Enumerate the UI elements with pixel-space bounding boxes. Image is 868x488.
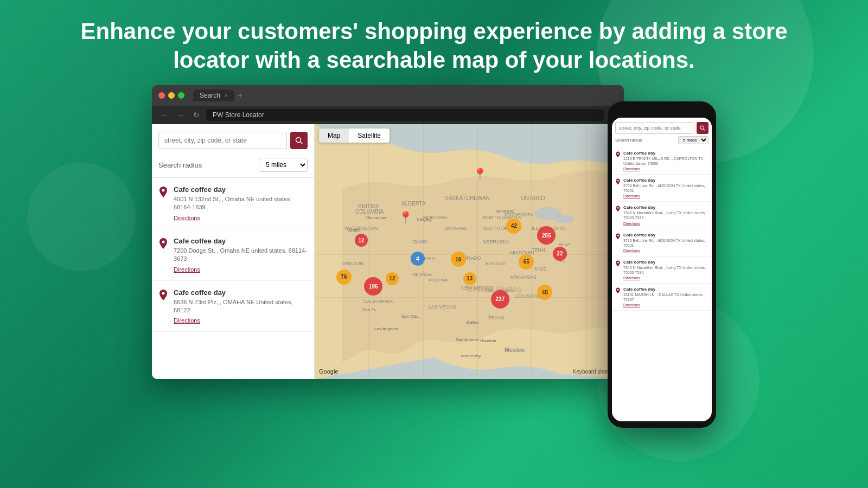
svg-text:SASKATCHEWAN: SASKATCHEWAN	[445, 195, 490, 201]
phone-directions-link[interactable]: Directions	[623, 167, 709, 171]
store-address: 4001 N 132nd St, , Omaha NE united state…	[174, 195, 308, 212]
phone-search-button[interactable]	[697, 122, 709, 134]
svg-point-67	[617, 234, 619, 236]
browser-tab[interactable]: Search ×	[193, 89, 234, 101]
map-svg: WASHINGTON OREGON CALIFORNIA IDAHO NEVAD…	[315, 124, 624, 379]
phone-radius-row: Search radius 5 miles	[615, 134, 709, 145]
cluster-marker-seattle[interactable]: 12	[355, 234, 368, 247]
svg-text:TENN.: TENN.	[532, 247, 546, 253]
phone-store-name: Cafe coffee day	[623, 205, 709, 210]
phone-directions-link[interactable]: Directions	[623, 194, 709, 198]
maximize-button[interactable]	[178, 92, 184, 99]
phone-store-address: 7845 N Macarthur Blvd, , Irving TX Unite…	[623, 210, 709, 220]
store-item: Cafe coffee day 6636 N 73rd Plz, , OMAHA…	[152, 281, 314, 332]
cluster-marker-22[interactable]: 22	[553, 247, 567, 261]
phone-store-item: Cafe coffee day 1213 E TRINITY MILLS RD,…	[612, 147, 712, 175]
cluster-marker-sf[interactable]: 76	[336, 269, 352, 285]
svg-text:NEBRASKA: NEBRASKA	[483, 239, 509, 245]
svg-point-4	[162, 292, 165, 294]
new-tab-button[interactable]: +	[238, 91, 242, 100]
svg-point-3	[162, 240, 165, 243]
tab-satellite[interactable]: Satellite	[349, 129, 390, 143]
phone-store-pin-icon	[615, 233, 621, 253]
cluster-marker-utah[interactable]: 4	[411, 252, 425, 266]
store-name: Cafe coffee day	[174, 288, 308, 297]
cluster-marker-houston[interactable]: 237	[491, 290, 509, 309]
store-name: Cafe coffee day	[174, 237, 308, 245]
svg-text:Dallas: Dallas	[467, 320, 478, 325]
radius-select[interactable]: 1 mile 5 miles 10 miles 25 miles 50 mile…	[259, 158, 308, 172]
address-bar[interactable]: PW Store Locator	[206, 109, 604, 121]
phone-store-info: Cafe coffee day 18131 MARSH LN, , DALLAS…	[623, 287, 709, 307]
svg-text:San Fr...: San Fr...	[362, 307, 379, 312]
phone-store-item: Cafe coffee day 3730 Belt Line Rd, , ADD…	[612, 229, 712, 256]
directions-link[interactable]: Directions	[174, 317, 308, 324]
store-info: Cafe coffee day 4001 N 132nd St, , Omaha…	[174, 185, 308, 221]
cluster-marker-la[interactable]: 195	[364, 277, 382, 296]
sidebar: Search radius 1 mile 5 miles 10 miles 25…	[152, 124, 315, 379]
radius-label: Search radius	[158, 161, 202, 169]
phone-screen: Search radius 5 miles Cafe coffee day 12…	[612, 118, 712, 421]
phone-directions-link[interactable]: Directions	[623, 303, 709, 307]
phone-store-info: Cafe coffee day 3736 Belt Line Rd, , ADD…	[623, 178, 709, 198]
phone-store-pin-icon	[615, 178, 621, 198]
search-box-area	[152, 124, 314, 155]
svg-text:Seattle: Seattle	[347, 228, 361, 233]
tab-title: Search	[200, 92, 220, 99]
svg-text:MISS.: MISS.	[534, 266, 548, 272]
svg-text:ALBERTA: ALBERTA	[401, 201, 426, 207]
back-button[interactable]: ←	[158, 110, 170, 120]
tab-map[interactable]: Map	[319, 129, 349, 143]
search-input[interactable]	[158, 132, 287, 149]
forward-button[interactable]: →	[175, 110, 187, 120]
phone-store-name: Cafe coffee day	[623, 151, 709, 156]
phone-store-item: Cafe coffee day 7845 N Macarthur Blvd, ,…	[612, 256, 712, 284]
svg-text:San Antonio: San Antonio	[456, 337, 480, 342]
phone-directions-link[interactable]: Directions	[623, 249, 709, 253]
phone-radius-label: Search radius	[615, 138, 642, 143]
phone-store-item: Cafe coffee day 3736 Belt Line Rd, , ADD…	[612, 175, 712, 202]
minimize-button[interactable]	[168, 92, 175, 99]
cluster-marker-nm[interactable]: 13	[463, 272, 476, 285]
close-button[interactable]	[158, 92, 165, 99]
svg-text:Mexico: Mexico	[505, 346, 525, 353]
google-watermark: Google	[319, 368, 338, 375]
search-button[interactable]	[290, 132, 308, 149]
svg-text:OREGON: OREGON	[342, 261, 363, 266]
svg-text:TEXAS: TEXAS	[488, 315, 505, 320]
browser-window: Search × + ← → ↻ PW Store Locator ⋮	[152, 85, 624, 379]
cluster-marker-sandiego[interactable]: 12	[386, 272, 399, 285]
phone-radius-select[interactable]: 5 miles	[678, 136, 709, 144]
store-item: Cafe coffee day 7200 Dodge St, , Omaha N…	[152, 229, 314, 281]
svg-line-63	[704, 129, 705, 131]
svg-text:OHIO: OHIO	[553, 226, 566, 231]
store-list[interactable]: Cafe coffee day 4001 N 132nd St, , Omaha…	[152, 177, 314, 379]
phone-store-list[interactable]: Cafe coffee day 1213 E TRINITY MILLS RD,…	[612, 147, 712, 421]
phone-directions-link[interactable]: Directions	[623, 222, 709, 226]
phone-search-icon	[700, 125, 705, 131]
svg-point-66	[617, 207, 619, 209]
phone-store-name: Cafe coffee day	[623, 287, 709, 292]
pin-marker-2[interactable]: 📍	[473, 168, 487, 182]
phone-store-address: 7845 N Macarthur Blvd, , Irving TX Unite…	[623, 265, 709, 275]
svg-text:COLUMBIA: COLUMBIA	[355, 209, 384, 215]
directions-link[interactable]: Directions	[174, 215, 308, 221]
cluster-marker-ne[interactable]: 16	[451, 252, 466, 267]
phone-store-pin-icon	[615, 205, 621, 225]
svg-text:MISSOURI: MISSOURI	[510, 250, 534, 255]
reload-button[interactable]: ↻	[191, 110, 202, 120]
svg-text:Winnipeg: Winnipeg	[496, 209, 514, 214]
tab-close-icon[interactable]: ×	[225, 93, 228, 99]
phone-search-input[interactable]	[615, 122, 694, 134]
pin-marker-1[interactable]: 📍	[398, 211, 413, 225]
phone-directions-link[interactable]: Directions	[623, 276, 709, 280]
cluster-marker-tn[interactable]: 65	[519, 254, 534, 269]
phone-store-info: Cafe coffee day 1213 E TRINITY MILLS RD,…	[623, 151, 709, 171]
directions-link[interactable]: Directions	[174, 266, 308, 273]
store-address: 6636 N 73rd Plz, , OMAHA NE United state…	[174, 298, 308, 315]
phone-store-name: Cafe coffee day	[623, 178, 709, 183]
headline: Enhance your customers' shopping experie…	[0, 0, 868, 85]
svg-text:Los Angeles: Los Angeles	[374, 326, 398, 331]
store-item: Cafe coffee day 4001 N 132nd St, , Omaha…	[152, 178, 314, 229]
map-area[interactable]: Map Satellite	[315, 124, 624, 379]
